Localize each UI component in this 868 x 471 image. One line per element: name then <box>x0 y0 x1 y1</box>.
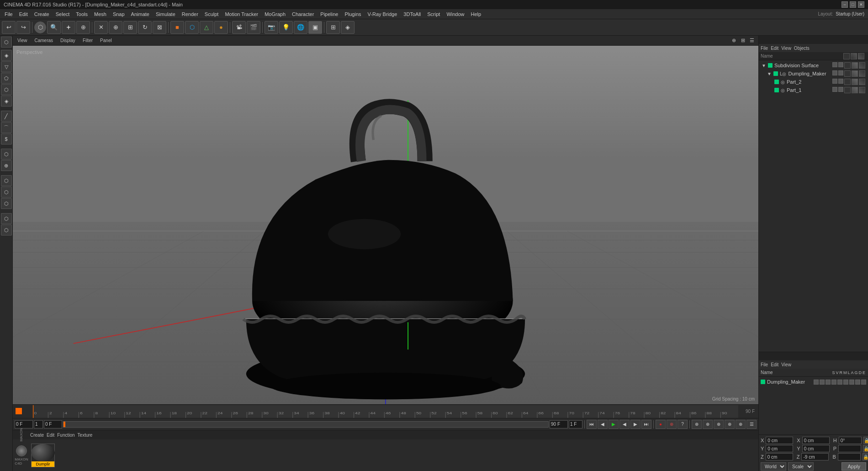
menu-animate[interactable]: Animate <box>128 11 152 18</box>
obj-vis-icon4[interactable] <box>832 87 837 92</box>
menu-snap[interactable]: Snap <box>110 11 127 18</box>
menu-mograph[interactable]: MoGraph <box>262 11 288 18</box>
coord-x-input[interactable] <box>766 437 793 444</box>
mat-edit-menu[interactable]: Edit <box>47 433 54 438</box>
menu-file[interactable]: File <box>2 11 16 18</box>
light-btn[interactable]: 💡 <box>279 21 293 34</box>
maximize-btn[interactable]: □ <box>850 1 856 8</box>
start-frame-input[interactable] <box>15 420 33 428</box>
obj-item-subdivision[interactable]: ▼ Subdivision Surface <box>760 61 867 70</box>
layout-value[interactable]: Startup (User) <box>836 11 864 16</box>
grid-btn[interactable]: ⊞ <box>326 21 340 34</box>
select-tool-btn[interactable]: ✕ <box>94 21 108 34</box>
next-key-btn[interactable]: ▶ <box>630 420 640 429</box>
obj-render-icon[interactable] <box>838 62 843 67</box>
record-btn[interactable]: ● <box>656 420 666 429</box>
add-btn[interactable]: + <box>62 21 75 34</box>
tool-mode-btn[interactable]: ⬡ <box>1 37 12 48</box>
keyframe3-btn[interactable]: ⊕ <box>714 420 724 429</box>
tool-8[interactable]: ⌒ <box>1 122 12 133</box>
viewport[interactable]: Perspective Grid Spacing : 10 cm <box>13 46 758 404</box>
sky-btn[interactable]: 🌐 <box>294 21 307 34</box>
keyframe5-btn[interactable]: ⊕ <box>736 420 746 429</box>
record-settings-btn[interactable]: ⊕ <box>667 420 677 429</box>
material-swatch-dumplir[interactable]: Dumplir <box>31 444 55 467</box>
obj-render-icon4[interactable] <box>838 87 843 92</box>
mat-function-menu[interactable]: Function <box>57 433 74 438</box>
obj-item-part2[interactable]: ◎ Part_2 <box>760 78 867 86</box>
attr-icon-5[interactable] <box>837 380 842 385</box>
vp-icon-3[interactable]: ☰ <box>748 37 756 44</box>
menu-vray[interactable]: V-Ray Bridge <box>365 11 400 18</box>
vp-display-menu[interactable]: Display <box>58 38 77 43</box>
rotate-btn[interactable]: ↻ <box>138 21 152 34</box>
obj-edit-menu[interactable]: Edit <box>771 46 778 51</box>
menu-window[interactable]: Window <box>444 11 467 18</box>
menu-create[interactable]: Create <box>32 11 52 18</box>
prev-key-btn[interactable]: ◀ <box>598 420 608 429</box>
go-start-btn[interactable]: ⏮ <box>587 420 597 429</box>
close-btn[interactable]: ✕ <box>858 1 864 8</box>
attr-icon-4[interactable] <box>831 380 836 385</box>
redo-btn[interactable]: ↪ <box>16 21 30 34</box>
attr-file-menu[interactable]: File <box>761 362 768 367</box>
coord-z2-input[interactable] <box>801 453 829 460</box>
hud-btn[interactable]: ◈ <box>341 21 355 34</box>
minimize-btn[interactable]: – <box>842 1 848 8</box>
apply-button[interactable]: Apply <box>842 462 866 471</box>
move-btn[interactable]: ⊕ <box>109 21 122 34</box>
render-region-btn[interactable]: 📽 <box>232 21 246 34</box>
mat-create-menu[interactable]: Create <box>30 433 44 438</box>
tool-14[interactable]: ⬡ <box>1 198 12 209</box>
tool-3[interactable]: ▽ <box>1 61 12 72</box>
edge-btn[interactable]: △ <box>200 21 213 34</box>
transform-btn[interactable]: ⊠ <box>153 21 166 34</box>
tool-6[interactable]: ◈ <box>1 96 12 107</box>
ipr-btn[interactable]: 🎬 <box>247 21 260 34</box>
menu-script[interactable]: Script <box>424 11 443 18</box>
object-btn[interactable]: ■ <box>170 21 184 34</box>
obj-file-menu[interactable]: File <box>761 46 768 51</box>
floor-btn[interactable]: ▣ <box>308 21 322 34</box>
menu-render[interactable]: Render <box>179 11 201 18</box>
keyframe4-btn[interactable]: ⊕ <box>725 420 735 429</box>
tool-5[interactable]: ⬡ <box>1 84 12 95</box>
playback-scrubber[interactable] <box>63 421 549 428</box>
menu-simulate[interactable]: Simulate <box>153 11 178 18</box>
coord-h-input[interactable] <box>839 437 862 444</box>
tool-10[interactable]: ⬡ <box>1 149 12 160</box>
coord-world-dropdown[interactable]: World <box>761 462 786 471</box>
menu-help[interactable]: Help <box>468 11 484 18</box>
move-tool-btn[interactable]: ⊕ <box>76 21 90 34</box>
menu-edit[interactable]: Edit <box>16 11 31 18</box>
coord-y-input[interactable] <box>766 445 793 452</box>
menu-tools[interactable]: Tools <box>73 11 90 18</box>
obj-vis-icon3[interactable] <box>832 79 837 84</box>
vp-filter-menu[interactable]: Filter <box>81 38 95 43</box>
coord-x2-input[interactable] <box>802 437 830 444</box>
obj-item-part1[interactable]: ◎ Part_1 <box>760 86 867 94</box>
menu-3dtoall[interactable]: 3DToAll <box>401 11 423 18</box>
menu-plugins[interactable]: Plugins <box>342 11 364 18</box>
menu-sculpt[interactable]: Sculpt <box>202 11 222 18</box>
obj-item-dumpling[interactable]: ▼ L◎ Dumpling_Maker <box>760 70 867 78</box>
menu-mesh[interactable]: Mesh <box>91 11 109 18</box>
tool-4[interactable]: ⬠ <box>1 73 12 84</box>
tool-12[interactable]: ⬡ <box>1 175 12 186</box>
coord-y2-input[interactable] <box>802 445 830 452</box>
attr-icon-1[interactable] <box>814 380 819 385</box>
obj-render-icon3[interactable] <box>838 79 843 84</box>
menu-pipeline[interactable]: Pipeline <box>318 11 341 18</box>
vp-view-menu[interactable]: View <box>16 38 29 43</box>
mat-texture-menu[interactable]: Texture <box>78 433 93 438</box>
tool-7[interactable]: ╱ <box>1 111 12 122</box>
timeline-ruler[interactable]: 0 2 4 6 8 10 12 14 16 <box>33 405 738 418</box>
attr-icon-8[interactable] <box>855 380 860 385</box>
undo-btn[interactable]: ↩ <box>2 21 16 34</box>
menu-character[interactable]: Character <box>289 11 317 18</box>
coord-z-input[interactable] <box>766 453 793 460</box>
play-reverse-btn[interactable]: ◀ <box>619 420 630 429</box>
point-btn[interactable]: ● <box>214 21 228 34</box>
obj-vis-icon[interactable] <box>832 62 837 67</box>
poly-btn[interactable]: ⬡ <box>185 21 199 34</box>
